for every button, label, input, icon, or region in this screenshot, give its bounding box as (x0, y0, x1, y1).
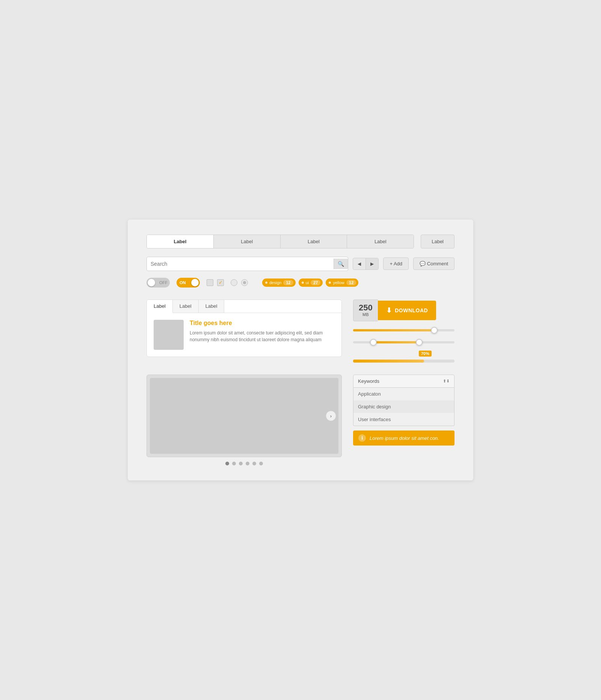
tag-count-ui: 27 (311, 280, 320, 285)
notification-text: Lorem ipsum dolor sit amet con. (370, 435, 439, 441)
file-size-box: 250 MB (353, 300, 378, 321)
notification-icon: ℹ (358, 434, 366, 442)
search-button[interactable]: 🔍 (334, 259, 348, 269)
carousel-dots (225, 462, 263, 465)
slider-range-thumb-left[interactable] (370, 339, 377, 346)
slider-1-thumb[interactable] (431, 327, 438, 334)
search-box: 🔍 (146, 257, 348, 271)
tag-design[interactable]: design 12 (262, 278, 296, 287)
tab-btn-3[interactable]: Label (347, 235, 414, 248)
card-description: Lorem ipsum dolor sit amet, consecte tue… (190, 330, 335, 343)
slider-1-wrap (353, 327, 455, 334)
tag-count-yellow: 12 (346, 280, 356, 285)
tab-btn-1[interactable]: Label (214, 235, 281, 248)
card-tab-2[interactable]: Label (199, 300, 225, 313)
tag-ui[interactable]: ui 27 (299, 278, 323, 287)
slider-1-fill (353, 329, 434, 331)
tab-standalone[interactable]: Label (421, 235, 455, 248)
download-button[interactable]: ⬇ DOWNLOAD (378, 301, 436, 320)
add-button[interactable]: + Add (383, 257, 409, 270)
dropdown-list: Applicaton Graphic design User interface… (353, 388, 455, 426)
notification-bar[interactable]: ℹ Lorem ipsum dolor sit amet con. (353, 431, 455, 446)
toggle-on[interactable]: ON (177, 278, 200, 288)
right-panel: 250 MB ⬇ DOWNLOAD (353, 300, 455, 363)
list-item-2[interactable]: User interfaces (353, 413, 454, 426)
slider-container: 70% (353, 327, 455, 363)
tags-group: design 12 ui 27 yellow 12 (262, 278, 358, 287)
file-size-number: 250 (359, 304, 373, 312)
checkbox-group: ✓ (207, 279, 224, 286)
comment-label: 💬 Comment (420, 261, 448, 266)
carousel-dot-5[interactable] (259, 462, 263, 465)
radio-dot (243, 281, 246, 284)
carousel-section: › (146, 375, 342, 465)
download-label: DOWNLOAD (395, 307, 428, 313)
dropdown-label: Keywords (358, 378, 379, 384)
checkbox-checked[interactable]: ✓ (217, 279, 224, 286)
progress-label: 70% (419, 351, 432, 357)
progress-bar-track (353, 360, 455, 363)
media-controls: ◀ ▶ (353, 258, 379, 270)
tag-name-ui: ui (306, 280, 309, 285)
add-label: + Add (390, 261, 402, 266)
tab-group: Label Label Label Label (146, 235, 414, 248)
tag-count-design: 12 (283, 280, 293, 285)
carousel-next-button[interactable]: › (326, 411, 336, 421)
card-tab-1[interactable]: Label (173, 300, 199, 313)
slider-1-track (353, 329, 455, 331)
media-play-button[interactable]: ▶ (366, 258, 378, 269)
toggle-off-knob (148, 279, 155, 286)
carousel-inner (150, 378, 338, 454)
slider-range-fill (373, 341, 419, 343)
tag-dot-ui (302, 282, 304, 284)
slider-range-track (353, 341, 455, 343)
checkbox-unchecked[interactable] (207, 279, 213, 286)
tag-dot (265, 282, 267, 284)
carousel-dot-0[interactable] (225, 462, 229, 465)
card-body: Title goes here Lorem ipsum dolor sit am… (147, 313, 341, 357)
radio-group (231, 279, 248, 286)
tab-btn-2[interactable]: Label (281, 235, 347, 248)
card-thumbnail (154, 320, 184, 350)
carousel-dot-4[interactable] (252, 462, 256, 465)
tab-row: Label Label Label Label Label (146, 235, 455, 248)
file-size-unit: MB (359, 312, 373, 317)
sidebar-panel: Keywords ⬆⬇ Applicaton Graphic design Us… (353, 375, 455, 446)
media-prev-button[interactable]: ◀ (353, 258, 366, 269)
progress-bar-fill (353, 360, 424, 363)
content-row: Label Label Label Title goes here Lorem … (146, 300, 455, 363)
progress-section: 70% (353, 351, 455, 363)
carousel-next-icon: › (330, 413, 332, 419)
keywords-dropdown[interactable]: Keywords ⬆⬇ (353, 375, 455, 388)
toggle-off-label: OFF (159, 280, 168, 285)
download-icon: ⬇ (386, 306, 392, 315)
carousel-dot-2[interactable] (239, 462, 243, 465)
slider-range-thumb-right[interactable] (416, 339, 423, 346)
tag-dot-yellow (329, 282, 331, 284)
radio-empty[interactable] (231, 279, 237, 286)
toggle-on-knob (191, 279, 199, 286)
progress-label-wrap: 70% (353, 351, 455, 358)
comment-button[interactable]: 💬 Comment (413, 257, 455, 270)
tag-name-yellow: yellow (333, 280, 344, 285)
card-title: Title goes here (190, 320, 335, 327)
search-input[interactable] (151, 261, 334, 267)
download-row: 250 MB ⬇ DOWNLOAD (353, 300, 455, 321)
tab-btn-0[interactable]: Label (147, 235, 214, 248)
dropdown-arrow-icon: ⬆⬇ (443, 379, 450, 384)
list-item-0[interactable]: Applicaton (353, 388, 454, 400)
bottom-row: › Keywords ⬆⬇ Applicaton Graphic (146, 375, 455, 465)
controls-row: OFF ON ✓ design 12 (146, 278, 455, 288)
tag-name-design: design (269, 280, 281, 285)
tag-yellow[interactable]: yellow 12 (326, 278, 358, 287)
search-icon: 🔍 (338, 261, 344, 267)
carousel-dot-1[interactable] (232, 462, 236, 465)
card-text: Title goes here Lorem ipsum dolor sit am… (190, 320, 335, 350)
toggle-off[interactable]: OFF (146, 278, 170, 288)
list-item-1[interactable]: Graphic design (353, 400, 454, 413)
slider-range-wrap (353, 339, 455, 346)
radio-filled[interactable] (241, 279, 248, 286)
search-row: 🔍 ◀ ▶ + Add 💬 Comment (146, 257, 455, 271)
card-tab-0[interactable]: Label (147, 300, 173, 313)
carousel-dot-3[interactable] (246, 462, 249, 465)
